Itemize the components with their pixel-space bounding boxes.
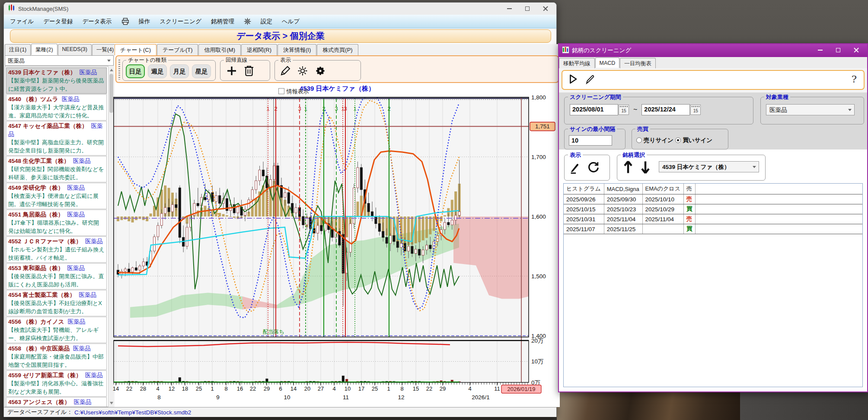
add-regression-button[interactable]	[224, 63, 239, 79]
screening-maximize-button[interactable]	[829, 44, 847, 56]
table-row[interactable]: 2025/09/262025/09/302025/10/10売	[564, 194, 862, 204]
menu-item[interactable]: 銘柄管理	[211, 18, 234, 25]
industry-select[interactable]: 医薬品	[766, 104, 855, 115]
menu-item[interactable]: ファイル	[10, 18, 34, 25]
mark-chart-button[interactable]	[569, 161, 582, 176]
chart-tab-決算情報(I)[interactable]: 決算情報(I)	[278, 44, 316, 55]
table-header[interactable]: 売	[683, 184, 695, 194]
table-header[interactable]: EMAのクロス	[642, 184, 683, 194]
info-display-checkbox[interactable]: 情報表示	[278, 87, 309, 95]
sidebar-tab-注目(1)[interactable]: 注目(1)	[5, 44, 31, 55]
stock-category-link[interactable]: 医薬品	[80, 69, 97, 76]
sidebar-tab-NEEDS(3)[interactable]: NEEDS(3)	[58, 44, 92, 55]
period-button-月足[interactable]: 月足	[170, 64, 189, 78]
buy-signal-radio[interactable]: 買いサイン	[675, 136, 712, 143]
chart-tab-チャート(C)[interactable]: チャート(C)	[115, 44, 156, 55]
table-header[interactable]: ヒストグラム	[564, 184, 604, 194]
stock-category-link[interactable]: 医薬品	[67, 185, 85, 191]
settings-outline-button[interactable]	[295, 63, 310, 79]
svg-text:10: 10	[284, 394, 290, 401]
svg-text:3: 3	[298, 105, 301, 112]
edit-screening-button[interactable]	[584, 73, 595, 86]
close-button[interactable]	[536, 3, 555, 15]
screening-tab-一目均衡表[interactable]: 一目均衡表	[620, 58, 656, 68]
menu-item[interactable]: 設定	[261, 18, 272, 25]
screening-close-button[interactable]	[847, 44, 865, 56]
price-chart[interactable]: 1231231312配当落ち14222841218251816222961420…	[111, 95, 558, 403]
play-icon	[568, 74, 578, 84]
stock-list-item-4540[interactable]: 4540 （株）ツムラ医薬品【漢方薬最大手】大学講座など普及推進。家庭用品売却で…	[6, 94, 107, 121]
chart-tab-テーブル(T)[interactable]: テーブル(T)	[157, 44, 198, 55]
stock-category-link[interactable]: 医薬品	[62, 96, 80, 102]
period-button-日足[interactable]: 日足	[126, 64, 145, 78]
period-to-input[interactable]: 2025/12/24	[641, 104, 690, 115]
table-header[interactable]: MACD,Signa	[604, 184, 642, 194]
stock-list-item-4539[interactable]: 4539 日本ケミファ（株）医薬品【製薬中堅】新薬開発から後発医薬品に経営資源を…	[6, 67, 107, 94]
chart-tab-株式売買(P)[interactable]: 株式売買(P)	[317, 44, 358, 55]
settings-solid-button[interactable]	[313, 63, 328, 79]
stock-list-item-4551[interactable]: 4551 鳥居薬品（株）医薬品【JT傘下】循環器系に強み。研究開発は効能追加など…	[6, 210, 107, 236]
refresh-button[interactable]	[587, 161, 600, 176]
stock-list-item-4559[interactable]: 4559 ゼリア新薬工業（株）医薬品【製薬中堅】消化器系中心。滋養強壮剤など大衆…	[6, 370, 107, 397]
maximize-button[interactable]	[518, 3, 536, 15]
category-select[interactable]: 医薬品	[5, 55, 114, 66]
stock-list-item-4554[interactable]: 4554 富士製薬工業（株）医薬品【後発医薬品大手】不妊症治療剤とX線診断用の血…	[6, 290, 107, 316]
chart-tab-信用取引(M)[interactable]: 信用取引(M)	[198, 44, 241, 55]
stock-category-link[interactable]: 医薬品	[85, 238, 103, 245]
period-from-input[interactable]: 2025/08/01	[570, 104, 618, 115]
calendar-icon[interactable]: 15	[619, 105, 629, 115]
min-interval-input[interactable]: 10	[569, 135, 612, 146]
calendar-icon[interactable]: 15	[690, 105, 701, 115]
stock-category-link[interactable]: 医薬品	[73, 345, 91, 352]
table-row[interactable]: 2025/10/312025/11/042025/11/04売	[564, 214, 862, 224]
sidebar-tab-業種(2)[interactable]: 業種(2)	[31, 44, 57, 55]
menu-item[interactable]: スクリーニング	[160, 18, 201, 25]
signal-table[interactable]: ヒストグラムMACD,SignaEMAのクロス売 2025/09/262025/…	[564, 184, 862, 234]
table-row[interactable]: 2025/10/152025/10/232025/10/29買	[564, 204, 862, 214]
stock-list-item-4552[interactable]: 4552 ＪＣＲファーマ（株）医薬品【ホルモン製剤主力】遺伝子組み換え技術蓄積。…	[6, 236, 107, 263]
table-row[interactable]: 2025/11/072025/11/25買	[564, 224, 862, 234]
period-button-星足[interactable]: 星足	[192, 64, 211, 78]
stock-select[interactable]: 4539 日本ケミファ（株）	[659, 161, 759, 172]
menu-item[interactable]: データ表示	[82, 18, 112, 25]
sell-signal-radio[interactable]: 売りサイン	[636, 136, 675, 143]
stock-list-item-4558[interactable]: 4558 （株）中京医薬品医薬品【家庭用配置薬・健康食品販売】中部地盤で全国展開…	[6, 344, 107, 370]
printer-icon[interactable]	[121, 18, 129, 25]
prev-stock-button[interactable]	[622, 160, 634, 176]
stock-category-link[interactable]: 医薬品	[73, 399, 91, 405]
stock-category-link[interactable]: 医薬品	[67, 211, 85, 218]
drag-handle[interactable]	[118, 60, 120, 80]
menu-item[interactable]: ヘルプ	[282, 18, 300, 25]
maximize-icon	[525, 6, 530, 11]
arrow-down-icon	[640, 160, 651, 174]
minimize-button[interactable]	[500, 3, 518, 15]
run-screening-button[interactable]	[568, 74, 578, 86]
period-button-週足[interactable]: 週足	[148, 64, 167, 78]
stock-category-link[interactable]: 医薬品	[73, 158, 91, 164]
stock-list-item-4547[interactable]: 4547 キッセイ薬品工業（株）医薬品【製薬中堅】高脂血症薬主力。研究開発型企業…	[6, 121, 107, 156]
help-icon[interactable]: ?	[852, 73, 857, 85]
svg-text:9: 9	[216, 394, 220, 401]
menu-item[interactable]: 操作	[139, 18, 150, 25]
stock-category-link[interactable]: 医薬品	[85, 372, 103, 379]
screening-titlebar[interactable]: 銘柄のスクリーニング	[559, 44, 867, 57]
menu-item[interactable]: データ登録	[43, 18, 73, 25]
screening-tab-MACD[interactable]: MACD	[595, 57, 620, 68]
stock-list-item-4549[interactable]: 4549 栄研化学（株）医薬品【検査薬大手】便潜血など広範に展開。遺伝子増幅技術…	[6, 183, 107, 209]
screening-tab-移動平均線[interactable]: 移動平均線	[559, 58, 595, 68]
stock-category-link[interactable]: 医薬品	[67, 265, 85, 271]
stock-list-item-4563[interactable]: 4563 アンジェス（株）医薬品【遺伝子医薬品開発】大阪大学寄附講座教授が創業し…	[6, 397, 107, 407]
draw-button[interactable]	[278, 63, 293, 79]
stock-category-link[interactable]: 医薬品	[79, 292, 96, 298]
stock-list-item-4548[interactable]: 4548 生化学工業（株）医薬品【研究開発型】関節機能改善剤などを科研薬、参天薬…	[6, 156, 107, 182]
main-titlebar[interactable]: StockManage(SMS)	[4, 3, 556, 15]
chart-tab-逆相関(R)[interactable]: 逆相関(R)	[241, 44, 277, 55]
stock-category-link[interactable]: 医薬品	[68, 318, 86, 325]
next-stock-button[interactable]	[640, 160, 651, 176]
delete-regression-button[interactable]	[241, 63, 257, 79]
stock-list-item-4556[interactable]: 4556 （株）カイノス医薬品【検査試薬大手】腎機能、アレルギー、糖尿病検査試薬…	[6, 317, 107, 343]
svg-text:1: 1	[304, 105, 307, 112]
gear-icon[interactable]	[244, 18, 251, 25]
screening-minimize-button[interactable]	[811, 44, 829, 56]
stock-list-item-4553[interactable]: 4553 東和薬品（株）医薬品【後発医薬品大手】開業医に強み。直販にくわえ医薬品…	[6, 263, 107, 290]
